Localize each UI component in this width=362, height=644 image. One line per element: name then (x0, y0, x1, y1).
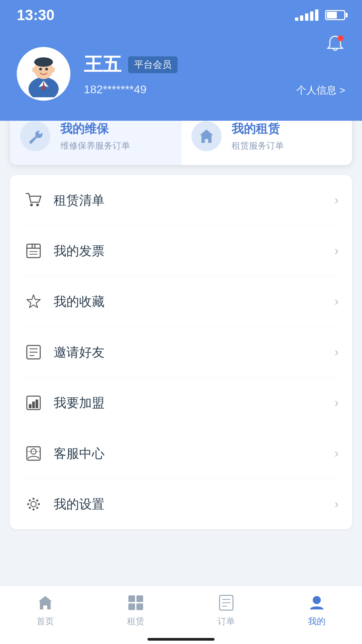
menu-label-settings: 我的设置 (54, 496, 324, 513)
menu-label-invoice: 我的发票 (54, 243, 324, 260)
menu-item-service[interactable]: 客服中心 › (23, 428, 339, 479)
rental-nav-icon (126, 593, 146, 613)
rental-title: 我的租赁 (232, 121, 284, 137)
profile-row: 王五 平台会员 182*******49 (17, 47, 345, 101)
star-icon (23, 291, 44, 312)
svg-point-9 (51, 67, 55, 72)
svg-point-39 (36, 499, 38, 501)
svg-point-33 (33, 508, 35, 511)
menu-label-invite: 邀请好友 (54, 344, 324, 361)
avatar-image (20, 50, 67, 97)
chart-icon (23, 393, 44, 413)
list-icon (23, 342, 44, 362)
bell-icon (325, 34, 345, 54)
bottom-nav: 首页 租赁 订单 (0, 586, 362, 644)
wrench-icon (27, 128, 44, 145)
settings-icon (23, 494, 44, 514)
menu-item-invite[interactable]: 邀请好友 › (23, 327, 339, 378)
orders-nav-icon (216, 593, 236, 613)
menu-item-rental-list[interactable]: 租赁清单 › (23, 175, 339, 226)
menu-label-join: 我要加盟 (54, 394, 324, 412)
menu-item-settings[interactable]: 我的设置 › (23, 479, 339, 529)
svg-point-48 (313, 596, 321, 604)
arrow-icon: › (335, 244, 339, 258)
svg-rect-16 (27, 244, 40, 258)
nav-item-mine[interactable]: 我的 (272, 586, 362, 634)
nav-item-rental[interactable]: 租赁 (90, 586, 181, 634)
svg-rect-26 (32, 401, 35, 408)
svg-point-7 (34, 57, 53, 67)
menu-label-favorites: 我的收藏 (54, 293, 324, 310)
rental-text: 我的租赁 租赁服务订单 (232, 121, 284, 152)
svg-rect-42 (128, 603, 135, 610)
svg-rect-41 (136, 595, 143, 602)
svg-point-38 (29, 507, 31, 509)
status-icons (295, 9, 345, 21)
menu-item-invoice[interactable]: 我的发票 › (23, 226, 339, 276)
notification-button[interactable] (325, 34, 345, 55)
customer-service-icon (23, 443, 44, 464)
rental-subtitle: 租赁服务订单 (232, 140, 284, 152)
arrow-icon: › (335, 345, 339, 359)
nav-label-rental: 租赁 (127, 615, 144, 627)
home-nav-icon (35, 593, 55, 613)
menu-list: 租赁清单 › 我的发票 › 我的收藏 › (10, 175, 352, 529)
menu-item-favorites[interactable]: 我的收藏 › (23, 276, 339, 327)
svg-rect-25 (29, 404, 32, 408)
menu-label-rental-list: 租赁清单 (54, 192, 324, 209)
svg-point-37 (36, 507, 38, 509)
profile-link[interactable]: 个人信息 > (296, 84, 345, 97)
arrow-icon: › (335, 294, 339, 309)
maintenance-text: 我的维保 维修保养服务订单 (60, 121, 130, 152)
svg-point-36 (29, 499, 31, 501)
maintenance-title: 我的维保 (60, 121, 130, 137)
rental-icon-wrap (191, 121, 222, 151)
arrow-icon: › (335, 396, 339, 410)
battery-icon (325, 10, 345, 20)
signal-icon (295, 9, 318, 21)
svg-point-14 (30, 204, 33, 206)
svg-point-8 (32, 67, 36, 72)
maintenance-subtitle: 维修保养服务订单 (60, 140, 130, 152)
member-badge: 平台会员 (128, 56, 178, 73)
arrow-icon: › (335, 497, 339, 511)
svg-point-15 (36, 204, 39, 206)
arrow-icon: › (335, 446, 339, 461)
svg-point-31 (31, 501, 36, 507)
svg-point-34 (27, 503, 29, 505)
svg-point-11 (45, 68, 48, 70)
svg-rect-27 (36, 399, 38, 408)
svg-point-10 (39, 68, 42, 70)
maintenance-icon-wrap (20, 121, 50, 151)
nav-label-orders: 订单 (218, 615, 235, 627)
avatar (17, 47, 70, 101)
svg-point-32 (33, 498, 35, 500)
status-bar: 13:30 (0, 0, 362, 27)
nav-label-home: 首页 (37, 615, 54, 627)
home-indicator (147, 638, 215, 641)
svg-rect-40 (128, 595, 135, 602)
status-time: 13:30 (17, 7, 55, 23)
home-icon (198, 128, 215, 145)
cart-icon (23, 190, 44, 210)
nav-item-orders[interactable]: 订单 (181, 586, 272, 634)
menu-label-service: 客服中心 (54, 445, 324, 462)
nav-item-home[interactable]: 首页 (0, 586, 90, 634)
mine-nav-icon (307, 593, 327, 613)
menu-item-join[interactable]: 我要加盟 › (23, 378, 339, 428)
box-icon (23, 241, 44, 261)
header: 王五 平台会员 182*******49 个人信息 > (0, 27, 362, 121)
nav-label-mine: 我的 (308, 615, 325, 627)
profile-name: 王五 (84, 52, 121, 77)
svg-rect-43 (136, 603, 143, 610)
arrow-icon: › (335, 193, 339, 207)
svg-point-0 (338, 35, 344, 41)
svg-point-35 (38, 503, 40, 505)
